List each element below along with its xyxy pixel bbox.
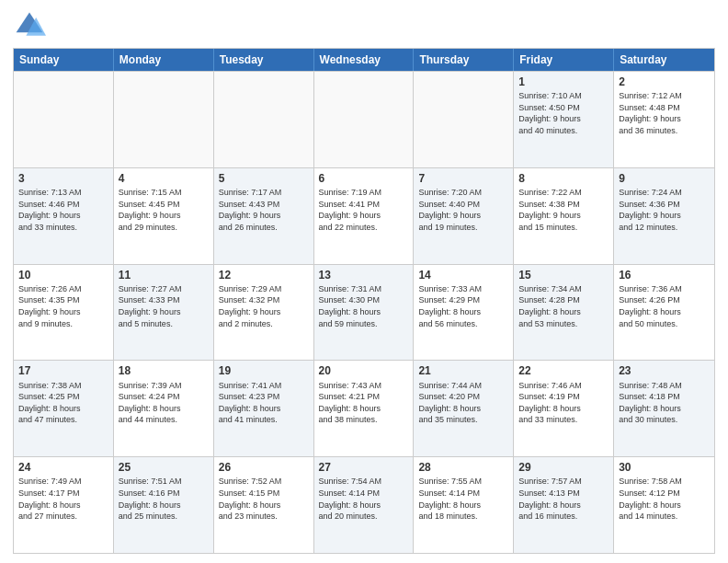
day-number: 7 [418,171,508,186]
calendar-cell-23: 23Sunrise: 7:48 AM Sunset: 4:18 PM Dayli… [614,361,714,456]
calendar-row-2: 10Sunrise: 7:26 AM Sunset: 4:35 PM Dayli… [14,264,714,361]
day-number: 10 [18,268,108,282]
calendar-cell-25: 25Sunrise: 7:51 AM Sunset: 4:16 PM Dayli… [114,457,214,553]
day-info: Sunrise: 7:57 AM Sunset: 4:13 PM Dayligh… [518,476,609,522]
calendar-cell-28: 28Sunrise: 7:55 AM Sunset: 4:14 PM Dayli… [414,457,514,553]
day-number: 22 [518,363,609,378]
calendar-row-4: 24Sunrise: 7:49 AM Sunset: 4:17 PM Dayli… [14,456,714,553]
day-info: Sunrise: 7:55 AM Sunset: 4:14 PM Dayligh… [418,476,508,522]
day-number: 2 [619,75,710,89]
calendar-cell-12: 12Sunrise: 7:29 AM Sunset: 4:32 PM Dayli… [214,265,314,361]
calendar-cell-18: 18Sunrise: 7:39 AM Sunset: 4:24 PM Dayli… [114,361,214,456]
calendar-cell-20: 20Sunrise: 7:43 AM Sunset: 4:21 PM Dayli… [314,361,415,456]
calendar-cell-29: 29Sunrise: 7:57 AM Sunset: 4:13 PM Dayli… [514,457,614,553]
day-number: 6 [319,171,409,186]
page: SundayMondayTuesdayWednesdayThursdayFrid… [0,0,728,563]
day-info: Sunrise: 7:13 AM Sunset: 4:46 PM Dayligh… [18,187,108,233]
logo-icon [13,9,46,42]
day-info: Sunrise: 7:52 AM Sunset: 4:15 PM Dayligh… [219,476,309,522]
header [13,9,715,42]
calendar-cell-30: 30Sunrise: 7:58 AM Sunset: 4:12 PM Dayli… [614,457,714,553]
day-info: Sunrise: 7:10 AM Sunset: 4:50 PM Dayligh… [518,90,609,136]
day-info: Sunrise: 7:46 AM Sunset: 4:19 PM Dayligh… [518,380,609,426]
calendar-cell-27: 27Sunrise: 7:54 AM Sunset: 4:14 PM Dayli… [314,457,415,553]
calendar-header: SundayMondayTuesdayWednesdayThursdayFrid… [14,49,714,71]
day-info: Sunrise: 7:20 AM Sunset: 4:40 PM Dayligh… [418,187,508,233]
day-info: Sunrise: 7:44 AM Sunset: 4:20 PM Dayligh… [418,380,508,426]
day-info: Sunrise: 7:15 AM Sunset: 4:45 PM Dayligh… [119,187,209,233]
calendar-cell-3: 3Sunrise: 7:13 AM Sunset: 4:46 PM Daylig… [14,168,114,264]
calendar-cell-7: 7Sunrise: 7:20 AM Sunset: 4:40 PM Daylig… [414,168,514,264]
day-number: 27 [319,460,409,475]
day-info: Sunrise: 7:43 AM Sunset: 4:21 PM Dayligh… [319,380,409,426]
day-number: 16 [619,268,710,282]
calendar-cell-empty-0-1 [114,72,214,167]
calendar-cell-26: 26Sunrise: 7:52 AM Sunset: 4:15 PM Dayli… [214,457,314,553]
day-number: 1 [518,75,609,89]
calendar-cell-17: 17Sunrise: 7:38 AM Sunset: 4:25 PM Dayli… [14,361,114,456]
calendar-cell-4: 4Sunrise: 7:15 AM Sunset: 4:45 PM Daylig… [114,168,214,264]
calendar-row-3: 17Sunrise: 7:38 AM Sunset: 4:25 PM Dayli… [14,360,714,456]
calendar-cell-24: 24Sunrise: 7:49 AM Sunset: 4:17 PM Dayli… [14,457,114,553]
calendar-cell-15: 15Sunrise: 7:34 AM Sunset: 4:28 PM Dayli… [514,265,614,361]
calendar: SundayMondayTuesdayWednesdayThursdayFrid… [13,48,715,554]
calendar-cell-13: 13Sunrise: 7:31 AM Sunset: 4:30 PM Dayli… [314,265,415,361]
day-info: Sunrise: 7:39 AM Sunset: 4:24 PM Dayligh… [119,380,209,426]
calendar-cell-14: 14Sunrise: 7:33 AM Sunset: 4:29 PM Dayli… [414,265,514,361]
day-info: Sunrise: 7:17 AM Sunset: 4:43 PM Dayligh… [219,187,309,233]
day-number: 4 [119,171,209,186]
day-number: 18 [119,363,209,378]
weekday-header-wednesday: Wednesday [314,49,415,71]
day-number: 25 [119,460,209,475]
calendar-cell-10: 10Sunrise: 7:26 AM Sunset: 4:35 PM Dayli… [14,265,114,361]
day-info: Sunrise: 7:26 AM Sunset: 4:35 PM Dayligh… [18,283,108,329]
day-number: 19 [219,363,309,378]
calendar-row-0: 1Sunrise: 7:10 AM Sunset: 4:50 PM Daylig… [14,71,714,167]
calendar-cell-9: 9Sunrise: 7:24 AM Sunset: 4:36 PM Daylig… [614,168,714,264]
day-number: 21 [418,363,508,378]
day-info: Sunrise: 7:33 AM Sunset: 4:29 PM Dayligh… [418,283,508,329]
day-number: 26 [219,460,309,475]
calendar-cell-8: 8Sunrise: 7:22 AM Sunset: 4:38 PM Daylig… [514,168,614,264]
calendar-cell-19: 19Sunrise: 7:41 AM Sunset: 4:23 PM Dayli… [214,361,314,456]
day-number: 14 [418,268,508,282]
day-number: 3 [18,171,108,186]
day-number: 29 [518,460,609,475]
calendar-cell-22: 22Sunrise: 7:46 AM Sunset: 4:19 PM Dayli… [514,361,614,456]
calendar-cell-6: 6Sunrise: 7:19 AM Sunset: 4:41 PM Daylig… [314,168,415,264]
weekday-header-thursday: Thursday [414,49,514,71]
day-info: Sunrise: 7:31 AM Sunset: 4:30 PM Dayligh… [319,283,409,329]
weekday-header-tuesday: Tuesday [214,49,314,71]
day-number: 13 [319,268,409,282]
day-number: 8 [518,171,609,186]
calendar-cell-5: 5Sunrise: 7:17 AM Sunset: 4:43 PM Daylig… [214,168,314,264]
day-info: Sunrise: 7:29 AM Sunset: 4:32 PM Dayligh… [219,283,309,329]
day-info: Sunrise: 7:51 AM Sunset: 4:16 PM Dayligh… [119,476,209,522]
day-info: Sunrise: 7:34 AM Sunset: 4:28 PM Dayligh… [518,283,609,329]
day-number: 12 [219,268,309,282]
day-number: 17 [18,363,108,378]
day-info: Sunrise: 7:49 AM Sunset: 4:17 PM Dayligh… [18,476,108,522]
calendar-cell-empty-0-3 [314,72,415,167]
day-info: Sunrise: 7:36 AM Sunset: 4:26 PM Dayligh… [619,283,710,329]
day-info: Sunrise: 7:24 AM Sunset: 4:36 PM Dayligh… [619,187,710,233]
calendar-cell-1: 1Sunrise: 7:10 AM Sunset: 4:50 PM Daylig… [514,72,614,167]
day-number: 15 [518,268,609,282]
calendar-body: 1Sunrise: 7:10 AM Sunset: 4:50 PM Daylig… [14,71,714,553]
calendar-cell-21: 21Sunrise: 7:44 AM Sunset: 4:20 PM Dayli… [414,361,514,456]
calendar-cell-16: 16Sunrise: 7:36 AM Sunset: 4:26 PM Dayli… [614,265,714,361]
day-number: 24 [18,460,108,475]
day-number: 28 [418,460,508,475]
weekday-header-saturday: Saturday [614,49,714,71]
day-info: Sunrise: 7:19 AM Sunset: 4:41 PM Dayligh… [319,187,409,233]
weekday-header-friday: Friday [514,49,614,71]
day-number: 30 [619,460,710,475]
day-info: Sunrise: 7:12 AM Sunset: 4:48 PM Dayligh… [619,90,710,136]
day-number: 23 [619,363,710,378]
day-info: Sunrise: 7:27 AM Sunset: 4:33 PM Dayligh… [119,283,209,329]
day-info: Sunrise: 7:48 AM Sunset: 4:18 PM Dayligh… [619,380,710,426]
day-number: 9 [619,171,710,186]
calendar-row-1: 3Sunrise: 7:13 AM Sunset: 4:46 PM Daylig… [14,167,714,264]
day-number: 11 [119,268,209,282]
calendar-cell-empty-0-2 [214,72,314,167]
